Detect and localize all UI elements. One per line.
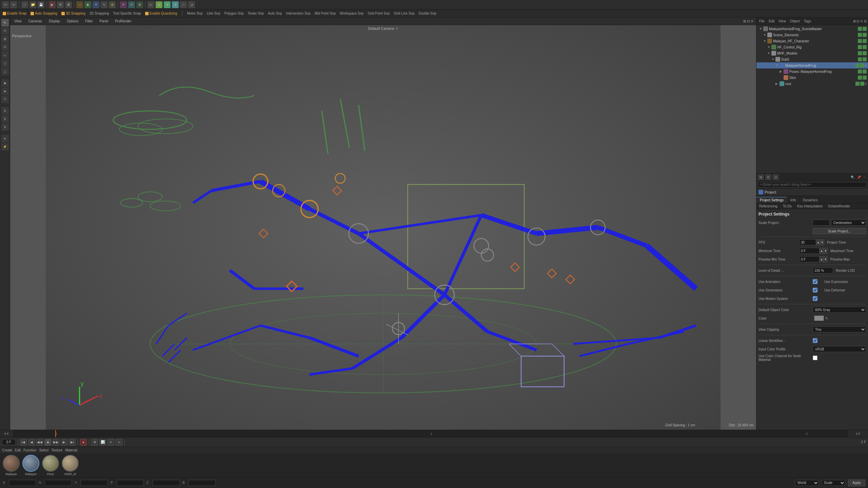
om-vis-hf-control[interactable] (858, 45, 862, 49)
tab-project-settings[interactable]: Project Settings (756, 197, 787, 203)
om-vis-scene-master[interactable] (858, 27, 862, 31)
joint-tool-btn[interactable]: $ (1, 107, 9, 115)
mat-thumb-malayan1[interactable] (3, 455, 20, 472)
enable-snap-toggle[interactable]: Enable Snap (3, 12, 26, 15)
timeline-ruler[interactable]: 0 1 2 (14, 430, 848, 437)
enable-quantizing-toggle[interactable]: Enable Quantizing (145, 12, 177, 15)
fps-spinner[interactable]: ▲ ▼ (816, 239, 824, 245)
om-vis-sub0[interactable] (858, 57, 862, 61)
snap-icon[interactable]: ⊿ (188, 1, 195, 8)
snap-auto[interactable]: Auto Snp (268, 12, 282, 15)
timeline-playhead[interactable] (55, 430, 56, 437)
snap-double[interactable]: Double Snp (419, 12, 436, 15)
use-animation-checkbox[interactable] (813, 279, 817, 284)
scale-tool-btn[interactable]: ⊞ (1, 35, 9, 43)
snap-2d-toggle[interactable]: 2D Snapping (90, 12, 109, 15)
p-coord-input[interactable] (117, 480, 144, 486)
render-settings-icon[interactable]: ⚙ (57, 1, 64, 8)
color-swatch[interactable] (814, 316, 824, 321)
snap-3d-toggle[interactable]: 3D Snapping (61, 12, 85, 15)
om-item-scene-elements[interactable]: ▼ Scene_Elements (756, 32, 868, 38)
om-menu-edit[interactable]: Edit (767, 19, 776, 23)
apply-button[interactable]: Apply (848, 480, 865, 486)
sculpt-mode-btn[interactable]: ◈ (1, 87, 9, 95)
snap-metre[interactable]: Metre Snp (187, 12, 203, 15)
mirror-icon[interactable]: ↔ (180, 1, 187, 8)
viewport-canvas[interactable]: x y z (10, 25, 756, 430)
preview-min-up[interactable]: ▲ (820, 256, 824, 262)
viewport-menu-prorender[interactable]: ProRender (114, 19, 133, 23)
weight-icon[interactable]: ⊗ (172, 1, 179, 8)
open-icon[interactable]: 📁 (29, 1, 36, 8)
use-color-channel-checkbox[interactable] (813, 355, 817, 360)
snap-litre[interactable]: Litre Snp (207, 12, 220, 15)
viewport-menu-options[interactable]: Options (65, 19, 80, 23)
rotate-icon[interactable]: ⟳ (128, 1, 135, 8)
render-view-icon[interactable]: 🖥 (65, 1, 72, 8)
viewport[interactable]: View Cameras Display Options Filter Pane… (10, 18, 756, 430)
om-item-scene-master[interactable]: ▼ MalayanHornedFrog_SceneMaster (756, 26, 868, 32)
next-frame-btn[interactable]: ▶ (61, 439, 67, 446)
play-btn[interactable]: ▶▶ (53, 439, 59, 446)
redo-icon[interactable]: ↪ (10, 1, 17, 8)
mat-item-malayan2[interactable]: Malayan (22, 455, 39, 476)
select-tool-btn[interactable]: ↖ (1, 19, 9, 26)
min-time-spinner[interactable]: ▲ ▼ (820, 248, 828, 254)
tab-referencing[interactable]: Referencing (756, 203, 780, 209)
tab-octane[interactable]: OctaneRender (825, 203, 853, 209)
viewport-menu-view[interactable]: View (13, 19, 23, 23)
preview-min-input[interactable] (799, 256, 820, 262)
mat-item-floor[interactable]: Floor (42, 455, 59, 476)
snap-texture[interactable]: Texter Snp (248, 12, 264, 15)
y-coord-input[interactable] (81, 480, 108, 486)
poly-select-btn[interactable]: △ (1, 68, 9, 75)
scale-dropdown[interactable]: Scale Size (822, 480, 845, 486)
snap-polygon[interactable]: Polygon Snp (224, 12, 244, 15)
mat-item-malayan1[interactable]: Malayan (3, 455, 20, 476)
om-item-hf-control[interactable]: ▼ HF_Control_Rig (756, 44, 868, 50)
viewport-menu-filter[interactable]: Filter (84, 19, 94, 23)
om-vis2-sub0[interactable] (863, 57, 867, 61)
om-item-sub0[interactable]: ▼ Sub0 (756, 56, 868, 62)
prop-edit-btn[interactable]: E (765, 174, 771, 180)
om-vis-poses[interactable] (858, 69, 862, 74)
om-item-malayan-frog[interactable]: ▼ MalayanHornedFrog ≡ (756, 62, 868, 68)
prop-mode-btn[interactable]: M (758, 174, 764, 180)
view-clipping-select[interactable]: Tiny Small Medium Large (813, 326, 866, 332)
knife-tool-btn[interactable]: ⚡ (1, 143, 9, 150)
tool-specific-toggle[interactable]: Tool Specific Snap (113, 12, 141, 15)
fcurve-btn[interactable]: ∿ (116, 439, 122, 446)
om-vis2-poses[interactable] (863, 69, 867, 74)
om-menu-view[interactable]: View (777, 19, 787, 23)
mat-item-hdri[interactable]: HDRI_M (62, 455, 79, 476)
object-icon[interactable]: ○ (76, 1, 83, 8)
snap-grid-line[interactable]: Grid Line Snp (394, 12, 414, 15)
preview-min-spinner[interactable]: ▲ ▼ (820, 256, 828, 262)
tag-icon[interactable]: ▷ (147, 1, 154, 8)
generator-icon[interactable]: ⊕ (109, 1, 116, 8)
go-to-start-btn[interactable]: |◀ (20, 439, 27, 446)
om-item-root[interactable]: ▶ root ≡ (756, 81, 868, 87)
fps-input[interactable] (799, 239, 816, 245)
mat-thumb-floor[interactable] (42, 455, 59, 472)
z-coord-input[interactable] (153, 480, 180, 486)
model-mode-btn[interactable]: ◆ (1, 79, 9, 87)
min-down[interactable]: ▼ (824, 248, 828, 254)
snap-grid-point[interactable]: Grid Point Snp (368, 12, 390, 15)
scale-icon[interactable]: ⊞ (136, 1, 143, 8)
om-item-skin[interactable]: Skin (756, 75, 868, 81)
min-time-input[interactable] (799, 248, 820, 254)
lasso-select-btn[interactable]: ⬡ (1, 60, 9, 67)
mat-menu-edit[interactable]: Edit (15, 448, 21, 452)
joint-icon[interactable]: ⊗ (156, 1, 162, 8)
om-vis-root[interactable] (855, 82, 860, 86)
om-menu-tags[interactable]: Tags (803, 19, 812, 23)
om-item-poses[interactable]: ▶ Poses: MalayanHornedFrog (756, 68, 868, 75)
color-edit-icon[interactable]: ✎ (825, 317, 866, 320)
world-dropdown[interactable]: World Local Object (795, 480, 819, 486)
viewport-menu-panel[interactable]: Panel (98, 19, 110, 23)
scale-value-input[interactable] (813, 220, 830, 226)
use-generators-checkbox[interactable] (813, 288, 817, 292)
om-vis2-root[interactable] (860, 82, 864, 86)
skin-icon[interactable]: ⊗ (164, 1, 171, 8)
